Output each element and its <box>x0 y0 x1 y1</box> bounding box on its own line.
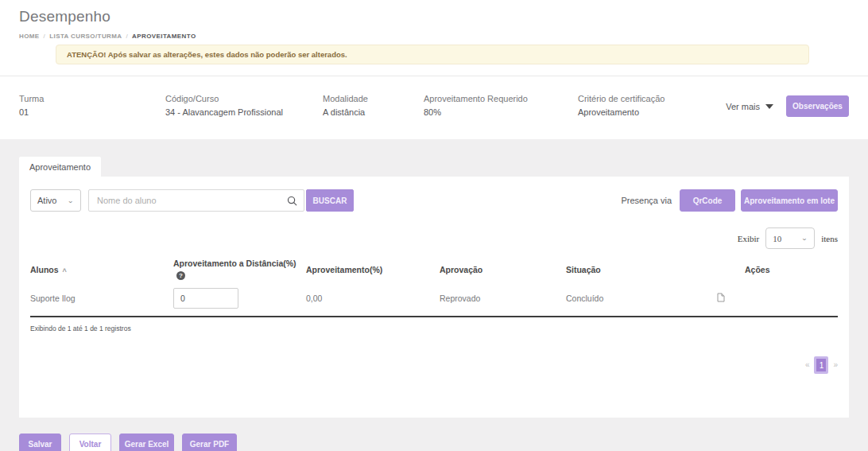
info-label: Código/Curso <box>165 94 315 103</box>
exibir-label: Exibir <box>738 234 760 243</box>
help-icon[interactable]: ? <box>176 271 185 280</box>
info-field-aproveitamento-requerido: Aproveitamento Requerido 80% <box>424 94 578 117</box>
qrcode-button[interactable]: QrCode <box>680 189 735 212</box>
bottom-actions: Salvar Voltar Gerar Excel Gerar PDF <box>19 434 849 451</box>
course-info-strip: Turma 01 Código/Curso 34 - Alavancagem P… <box>0 76 868 139</box>
pagination-page-1[interactable]: 1 <box>814 356 828 374</box>
table-row: Suporte Ilog 0,00 Reprovado Concluído <box>30 288 838 317</box>
sort-asc-icon: ˄ <box>63 266 67 274</box>
page-title: Desempenho <box>19 8 849 25</box>
salvar-button[interactable]: Salvar <box>19 434 61 451</box>
warning-banner: ATENÇÃO! Após salvar as alterações, este… <box>56 45 809 64</box>
pagination: « 1 » <box>30 356 838 374</box>
info-label: Critério de certificação <box>578 94 718 103</box>
info-value: Aproveitamento <box>578 107 718 117</box>
presenca-via-label: Presença via <box>621 196 672 205</box>
cell-aproveitamento: 0,00 <box>306 294 440 303</box>
info-value: A distância <box>323 107 416 117</box>
ver-mais-label: Ver mais <box>726 102 760 111</box>
column-header-situacao: Situação <box>566 265 711 274</box>
search-icon <box>287 195 297 205</box>
observacoes-button[interactable]: Observações <box>786 95 849 117</box>
chevron-down-icon: ⌄ <box>801 235 808 242</box>
breadcrumb: HOME/LISTA CURSO/TURMA/APROVEITAMENTO <box>19 33 849 40</box>
ver-mais-toggle[interactable]: Ver mais <box>726 102 773 111</box>
column-header-aprovacao: Aprovação <box>440 265 566 274</box>
breadcrumb-lista-curso-turma[interactable]: LISTA CURSO/TURMA <box>49 33 122 40</box>
column-header-aproveitamento: Aproveitamento(%) <box>306 265 440 274</box>
info-label: Turma <box>19 94 157 103</box>
status-select[interactable]: Ativo ⌄ <box>30 189 81 212</box>
page-header: Desempenho HOME/LISTA CURSO/TURMA/APROVE… <box>0 0 868 76</box>
aproveitamento-distancia-input[interactable] <box>173 288 238 309</box>
pagination-next-icon[interactable]: » <box>833 361 838 369</box>
info-field-turma: Turma 01 <box>19 94 165 117</box>
pagination-prev-icon[interactable]: « <box>805 361 810 369</box>
tab-aproveitamento[interactable]: Aproveitamento <box>19 157 101 177</box>
chevron-down-icon <box>765 104 773 109</box>
cell-aprovacao: Reprovado <box>440 294 566 303</box>
info-label: Modalidade <box>323 94 416 103</box>
cell-aluno: Suporte Ilog <box>30 294 173 303</box>
document-icon[interactable] <box>711 293 838 304</box>
info-value: 01 <box>19 107 157 117</box>
page-size-value: 10 <box>773 234 781 243</box>
cell-situacao: Concluído <box>566 294 711 303</box>
alunos-table: Alunos˄ Aproveitamento a Distância(%)? A… <box>30 259 838 317</box>
search-input[interactable] <box>88 189 304 212</box>
voltar-button[interactable]: Voltar <box>69 434 111 451</box>
info-field-modalidade: Modalidade A distância <box>323 94 424 117</box>
itens-label: itens <box>821 234 838 243</box>
content-area: Aproveitamento Ativo ⌄ BUSCAR Presença v… <box>0 139 868 451</box>
info-label: Aproveitamento Requerido <box>424 94 570 103</box>
aproveitamento-panel: Ativo ⌄ BUSCAR Presença via QrCode Aprov… <box>19 177 849 418</box>
table-header-row: Alunos˄ Aproveitamento a Distância(%)? A… <box>30 259 838 288</box>
breadcrumb-separator: / <box>126 33 128 40</box>
status-select-value: Ativo <box>37 196 56 205</box>
aproveitamento-em-lote-button[interactable]: Aproveitamento em lote <box>741 189 838 212</box>
breadcrumb-separator: / <box>44 33 46 40</box>
table-info-text: Exibindo de 1 até 1 de 1 registros <box>30 325 838 332</box>
info-field-criterio-certificacao: Critério de certificação Aproveitamento <box>578 94 726 117</box>
breadcrumb-home[interactable]: HOME <box>19 33 40 40</box>
column-header-acoes: Ações <box>711 265 838 274</box>
info-value: 80% <box>424 107 570 117</box>
gerar-excel-button[interactable]: Gerar Excel <box>119 434 174 451</box>
gerar-pdf-button[interactable]: Gerar PDF <box>182 434 237 451</box>
info-value: 34 - Alavancagem Profissional <box>165 107 315 117</box>
page-size-select[interactable]: 10 ⌄ <box>765 227 815 249</box>
column-header-aproveitamento-distancia: Aproveitamento a Distância(%)? <box>173 259 306 280</box>
buscar-button[interactable]: BUSCAR <box>306 189 354 212</box>
info-field-codigo-curso: Código/Curso 34 - Alavancagem Profission… <box>165 94 323 117</box>
chevron-down-icon: ⌄ <box>68 197 74 204</box>
breadcrumb-aproveitamento: APROVEITAMENTO <box>132 33 196 40</box>
column-header-alunos[interactable]: Alunos˄ <box>30 265 173 274</box>
